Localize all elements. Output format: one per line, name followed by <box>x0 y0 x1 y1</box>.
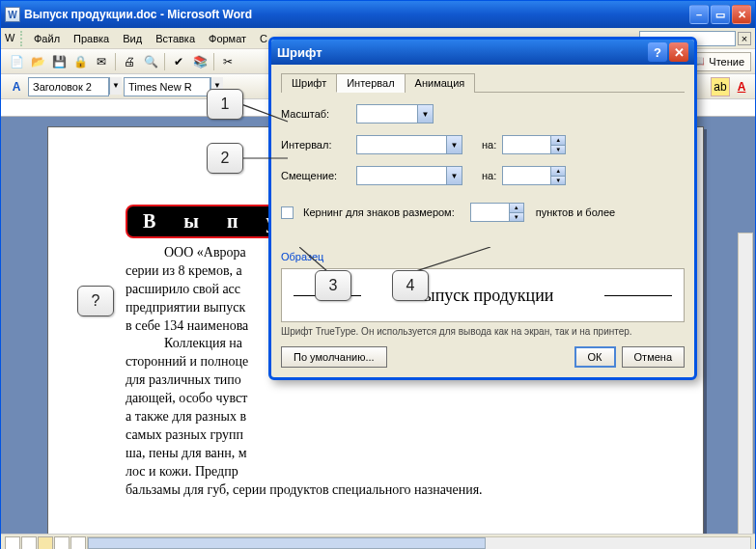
dialog-help-button[interactable]: ? <box>648 42 667 62</box>
dialog-body: Шрифт Интервал Анимация Масштаб: ▼ Интер… <box>271 65 694 377</box>
save-icon[interactable]: 💾 <box>49 52 69 71</box>
word-doc-icon: W <box>5 7 20 22</box>
style-combo[interactable]: Заголовок 2 <box>28 77 109 96</box>
kerning-checkbox[interactable] <box>281 206 294 219</box>
position-by-label: на: <box>482 170 496 181</box>
grip-icon <box>20 31 24 46</box>
spacing-by-label: на: <box>482 139 496 151</box>
dialog-close-button[interactable]: ✕ <box>669 42 688 62</box>
outline-view-button[interactable] <box>54 536 70 550</box>
chevron-up-icon: ▲ <box>550 167 565 177</box>
chevron-down-icon[interactable]: ▼ <box>446 136 462 153</box>
position-by-spinner[interactable]: ▲▼ <box>502 166 566 185</box>
highlight-color-icon[interactable]: ab <box>711 77 730 96</box>
menubar-close-icon[interactable]: × <box>738 32 751 45</box>
window-title: Выпуск продукции.doc - Microsoft Word <box>24 8 689 21</box>
normal-view-button[interactable] <box>5 536 20 550</box>
kerning-after-label: пунктов и более <box>536 206 615 218</box>
font-hint: Шрифт TrueType. Он используется для выво… <box>281 326 685 337</box>
tab-animation[interactable]: Анимация <box>405 73 476 93</box>
position-label: Смещение: <box>281 170 350 181</box>
dialog-tabs: Шрифт Интервал Анимация <box>281 72 685 93</box>
kerning-label: Кернинг для знаков размером: <box>303 206 455 218</box>
menu-insert[interactable]: Вставка <box>150 31 201 46</box>
chevron-down-icon[interactable]: ▼ <box>417 105 433 123</box>
position-combo[interactable]: ▼ <box>356 166 462 185</box>
spacing-label: Интервал: <box>281 139 350 151</box>
new-doc-icon[interactable]: 📄 <box>7 52 26 71</box>
print-layout-view-button[interactable] <box>38 536 53 550</box>
web-view-button[interactable] <box>21 536 37 550</box>
chevron-down-icon: ▼ <box>550 177 565 185</box>
tab-font[interactable]: Шрифт <box>281 73 337 93</box>
menu-edit[interactable]: Правка <box>68 31 115 46</box>
callout-4: 4 <box>392 270 429 301</box>
reading-view-button[interactable] <box>70 536 86 550</box>
titlebar[interactable]: W Выпуск продукции.doc - Microsoft Word … <box>1 1 755 28</box>
styles-formatting-icon[interactable]: A <box>7 77 26 96</box>
ok-button[interactable]: ОК <box>574 346 616 368</box>
reading-label: Чтение <box>709 56 744 68</box>
horizontal-scrollbar[interactable] <box>87 536 751 550</box>
chevron-down-icon[interactable]: ▼ <box>109 77 122 95</box>
cut-icon[interactable]: ✂ <box>218 52 238 71</box>
chevron-down-icon: ▼ <box>509 213 523 222</box>
print-icon[interactable]: 🖨 <box>120 52 139 71</box>
chevron-down-icon[interactable]: ▼ <box>446 167 462 184</box>
scrollbar-thumb[interactable] <box>88 537 486 549</box>
spellcheck-icon[interactable]: ✔ <box>169 52 188 71</box>
view-buttons-bar <box>1 534 755 549</box>
menu-format[interactable]: Формат <box>203 31 252 46</box>
callout-2: 2 <box>207 143 243 174</box>
cancel-button[interactable]: Отмена <box>622 346 685 368</box>
chevron-down-icon: ▼ <box>550 146 565 154</box>
chevron-up-icon: ▲ <box>509 204 523 213</box>
minimize-button[interactable]: – <box>689 5 709 24</box>
sample-group-label: Образец <box>281 251 685 262</box>
vertical-scrollbar[interactable] <box>738 233 753 534</box>
scale-label: Масштаб: <box>281 108 350 120</box>
close-button[interactable]: ✕ <box>732 5 751 24</box>
font-color-icon[interactable]: A <box>732 77 751 96</box>
spacing-combo[interactable]: ▼ <box>356 135 462 154</box>
callout-3: 3 <box>315 270 351 301</box>
callout-1: 1 <box>207 89 243 120</box>
spacing-by-spinner[interactable]: ▲▼ <box>502 135 566 154</box>
open-icon[interactable]: 📂 <box>28 52 47 71</box>
dialog-title: Шрифт <box>277 45 322 60</box>
font-dialog[interactable]: Шрифт ? ✕ Шрифт Интервал Анимация Масшта… <box>268 37 697 380</box>
maximize-button[interactable]: ▭ <box>711 5 730 24</box>
sample-text: Выпуск продукции <box>412 286 554 306</box>
permissions-icon[interactable]: 🔒 <box>70 52 90 71</box>
dialog-titlebar[interactable]: Шрифт ? ✕ <box>271 40 694 65</box>
doc-menu-icon[interactable]: W <box>5 32 18 45</box>
mail-icon[interactable]: ✉ <box>92 52 111 71</box>
default-button[interactable]: По умолчанию... <box>281 346 387 368</box>
scale-combo[interactable]: ▼ <box>356 104 434 124</box>
research-icon[interactable]: 📚 <box>190 52 210 71</box>
tab-spacing[interactable]: Интервал <box>336 73 405 93</box>
font-combo[interactable]: Times New R <box>124 77 210 96</box>
preview-icon[interactable]: 🔍 <box>141 52 160 71</box>
chevron-up-icon: ▲ <box>550 136 565 146</box>
menu-file[interactable]: Файл <box>28 31 66 46</box>
menu-view[interactable]: Вид <box>117 31 148 46</box>
callout-question: ? <box>77 286 114 316</box>
kerning-spinner[interactable]: ▲▼ <box>470 203 524 222</box>
